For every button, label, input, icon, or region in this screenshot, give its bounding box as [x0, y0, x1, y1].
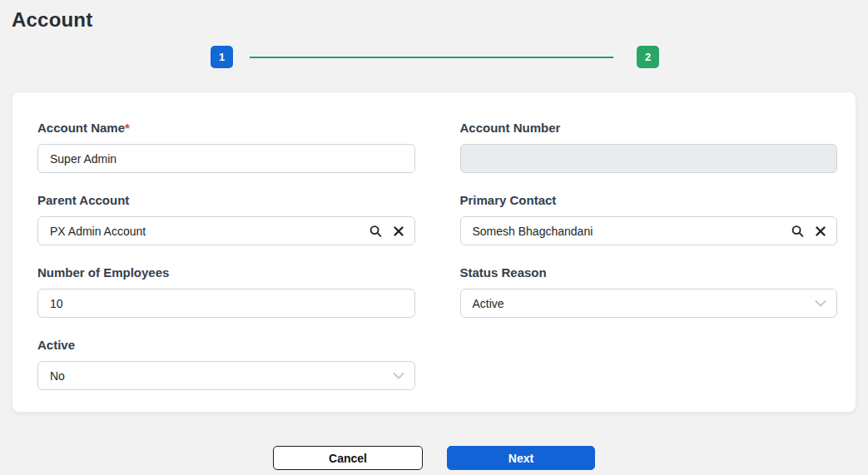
status-reason-select[interactable]: Active: [460, 289, 838, 318]
active-select[interactable]: No: [37, 361, 415, 390]
step-2-indicator[interactable]: 2: [637, 46, 659, 68]
chevron-down-icon: [393, 372, 404, 379]
field-parent-account: Parent Account: [37, 193, 415, 245]
wizard-stepper: 1 2: [211, 46, 659, 68]
number-of-employees-input[interactable]: [37, 289, 415, 318]
chevron-down-icon: [815, 299, 826, 307]
status-reason-selected-value: Active: [473, 297, 504, 310]
active-label: Active: [37, 338, 415, 352]
parent-account-input[interactable]: [37, 216, 415, 245]
primary-contact-input[interactable]: [460, 216, 838, 245]
parent-account-lookup: [37, 216, 415, 245]
number-of-employees-label: Number of Employees: [37, 265, 415, 280]
next-button[interactable]: Next: [447, 446, 595, 470]
primary-contact-label: Primary Contact: [460, 193, 838, 207]
field-active: Active No: [37, 338, 415, 390]
cancel-button[interactable]: Cancel: [273, 446, 423, 470]
status-reason-label: Status Reason: [460, 265, 838, 280]
stepper-connector-line: [250, 57, 613, 58]
clear-icon[interactable]: [394, 226, 404, 236]
search-icon[interactable]: [791, 225, 804, 237]
page-title: Account: [12, 8, 868, 32]
search-icon[interactable]: [370, 225, 382, 237]
account-number-label: Account Number: [460, 121, 838, 135]
primary-contact-lookup: [460, 216, 838, 245]
parent-account-label: Parent Account: [37, 193, 415, 207]
account-form-card: Account Name* Account Number Parent Acco…: [12, 92, 856, 413]
account-name-label-text: Account Name: [37, 121, 125, 135]
account-name-input[interactable]: [37, 144, 415, 173]
footer-actions: Cancel Next: [0, 446, 868, 470]
field-status-reason: Status Reason Active: [460, 265, 838, 318]
clear-icon[interactable]: [816, 226, 826, 236]
field-account-name: Account Name*: [37, 121, 415, 173]
field-number-of-employees: Number of Employees: [37, 265, 415, 318]
account-name-label: Account Name*: [37, 121, 415, 135]
active-selected-value: No: [50, 369, 65, 383]
field-account-number: Account Number: [460, 121, 838, 173]
field-primary-contact: Primary Contact: [460, 193, 838, 245]
account-number-input: [460, 144, 838, 173]
step-1-indicator[interactable]: 1: [211, 46, 233, 68]
form-grid: Account Name* Account Number Parent Acco…: [37, 121, 837, 390]
required-asterisk: *: [125, 121, 130, 135]
